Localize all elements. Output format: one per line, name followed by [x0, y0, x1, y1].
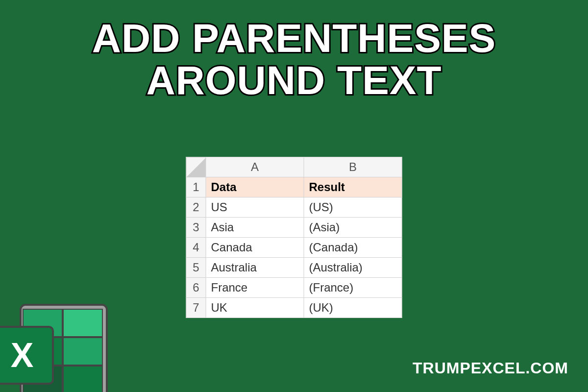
excel-x-letter: X [11, 336, 34, 375]
cell-result: (Asia) [304, 218, 402, 238]
excel-logo-icon: X [0, 304, 108, 392]
cell-result: (Canada) [304, 238, 402, 258]
row-header: 1 [186, 177, 206, 197]
cell-result: (UK) [304, 298, 402, 318]
title-line-1: ADD PARENTHESES [0, 17, 588, 59]
column-header-b: B [304, 157, 402, 177]
row-header: 4 [186, 238, 206, 258]
table-row: 5 Australia (Australia) [186, 258, 402, 278]
table-row: 4 Canada (Canada) [186, 238, 402, 258]
cell-data: UK [206, 298, 304, 318]
cell-data: US [206, 197, 304, 218]
row-header: 5 [186, 258, 206, 278]
table-row: 2 US (US) [186, 197, 402, 218]
table-row: 6 France (France) [186, 278, 402, 298]
excel-table: A B 1 Data Result 2 US (US) 3 Asia (Asia… [186, 157, 402, 318]
page-title: ADD PARENTHESES AROUND TEXT [0, 0, 588, 101]
cell-data: France [206, 278, 304, 298]
table-row: 3 Asia (Asia) [186, 218, 402, 238]
cell-result: (France) [304, 278, 402, 298]
row-header: 3 [186, 218, 206, 238]
cell-data: Canada [206, 238, 304, 258]
row-header: 2 [186, 197, 206, 218]
column-header-a: A [206, 157, 304, 177]
cell-result: (Australia) [304, 258, 402, 278]
select-all-corner [186, 157, 206, 177]
table-row: 7 UK (UK) [186, 298, 402, 318]
cell-data: Australia [206, 258, 304, 278]
header-data: Data [206, 177, 304, 197]
row-header: 6 [186, 278, 206, 298]
watermark-text: TRUMPEXCEL.COM [413, 359, 568, 377]
title-line-2: AROUND TEXT [0, 59, 588, 101]
header-result: Result [304, 177, 402, 197]
table-header-row: 1 Data Result [186, 177, 402, 197]
row-header: 7 [186, 298, 206, 318]
cell-result: (US) [304, 197, 402, 218]
cell-data: Asia [206, 218, 304, 238]
